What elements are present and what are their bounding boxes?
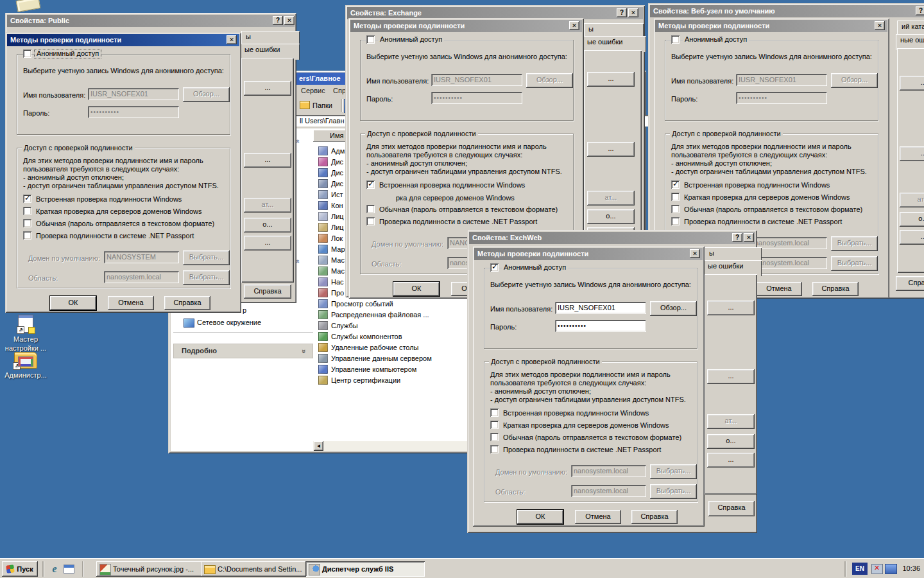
desktop-icon-fragment[interactable] (16, 0, 41, 12)
select-realm-button[interactable]: Выбрать... (183, 270, 230, 285)
taskbar-button-folder[interactable]: C:\Documents and Settin... (201, 561, 318, 577)
basic-auth-checkbox[interactable] (671, 205, 680, 213)
desktop-icon-wizard[interactable]: Мастер настройки ... (0, 315, 51, 353)
list-item[interactable]: Лок (318, 232, 343, 243)
integrated-auth-checkbox[interactable] (366, 180, 375, 189)
password-field[interactable]: •••••••••• (736, 92, 827, 104)
list-item[interactable]: Дис (318, 167, 343, 177)
list-item[interactable]: Ист (318, 189, 343, 199)
close-icon[interactable] (227, 35, 237, 44)
dialog-titlebar[interactable]: Методы проверки подлинности (655, 20, 887, 32)
help-icon[interactable] (732, 233, 742, 242)
list-item[interactable]: Нас (318, 276, 344, 286)
passport-auth-checkbox[interactable] (490, 445, 499, 453)
anonymous-checkbox[interactable] (490, 263, 499, 272)
list-item[interactable]: Кон (318, 200, 343, 210)
passport-auth-checkbox[interactable] (671, 217, 680, 225)
list-item[interactable]: Мас (318, 265, 345, 276)
button-fragment[interactable]: ... (900, 146, 924, 161)
button-fragment[interactable]: о... (900, 212, 924, 227)
list-item[interactable]: Просмотр событий (318, 298, 393, 308)
details-section-header[interactable]: Подробно (173, 344, 313, 358)
select-domain-button[interactable]: Выбрать... (831, 236, 878, 251)
list-item[interactable]: Дис (318, 178, 343, 188)
button-fragment[interactable]: ат... (244, 198, 291, 213)
button-fragment[interactable]: о... (244, 218, 291, 232)
help-icon[interactable] (916, 6, 924, 15)
ok-button[interactable]: ОК (50, 296, 96, 310)
button-fragment[interactable]: ... (587, 142, 635, 157)
browse-button[interactable]: Обзор... (650, 301, 697, 316)
digest-auth-checkbox[interactable] (671, 193, 680, 201)
list-item[interactable]: Распределенная файловая ... (318, 309, 429, 319)
passport-auth-checkbox[interactable] (366, 217, 375, 225)
anonymous-checkbox[interactable] (366, 35, 375, 44)
browse-button[interactable]: Обзор... (526, 73, 573, 88)
quick-launch-icon[interactable] (63, 563, 74, 575)
list-item[interactable]: Удаленные рабочие столы (318, 342, 419, 352)
list-item[interactable]: Лиц (318, 211, 344, 221)
button-fragment[interactable]: ат... (587, 191, 635, 206)
desktop-icon-admin[interactable]: Администр... (0, 352, 51, 380)
close-icon[interactable] (744, 233, 754, 242)
button-fragment[interactable]: ... (900, 230, 924, 245)
help-button[interactable]: Справка (164, 296, 210, 310)
button-fragment[interactable]: ... (244, 81, 291, 96)
integrated-auth-checkbox[interactable] (671, 180, 680, 189)
dialog-titlebar[interactable]: Методы проверки подлинности (474, 248, 703, 260)
close-icon[interactable] (690, 249, 700, 258)
integrated-auth-checkbox[interactable] (23, 195, 31, 203)
list-item[interactable]: Мар (318, 243, 345, 254)
list-item[interactable]: Службы (318, 320, 358, 330)
close-icon[interactable] (875, 21, 885, 30)
password-field[interactable]: •••••••••• (431, 92, 522, 104)
realm-field[interactable]: nanosystem.local (752, 257, 827, 269)
basic-auth-checkbox[interactable] (23, 219, 31, 227)
start-button[interactable]: Пуск (2, 561, 38, 577)
list-item[interactable]: Дис (318, 156, 343, 166)
dialog-titlebar[interactable]: Методы проверки подлинности (7, 34, 239, 46)
help-button[interactable]: Справк (896, 276, 924, 291)
button-fragment[interactable]: о... (707, 434, 755, 449)
default-domain-field[interactable]: NANOSYSTEM (104, 251, 179, 263)
digest-auth-checkbox[interactable] (490, 421, 499, 429)
close-icon[interactable] (284, 16, 295, 25)
dialog-titlebar[interactable]: Свойства: Public (7, 15, 295, 27)
network-disconnected-icon[interactable] (871, 564, 883, 574)
username-field[interactable]: IUSR_NSOFEX01 (431, 74, 522, 86)
username-field[interactable]: IUSR_NSOFEX01 (555, 302, 646, 314)
button-fragment[interactable]: ... (707, 301, 755, 315)
select-realm-button[interactable]: Выбрать... (650, 484, 697, 499)
passport-auth-checkbox[interactable] (23, 231, 31, 240)
button-fragment[interactable]: ... (707, 453, 755, 468)
username-field[interactable]: IUSR_NSOFEX01 (88, 88, 179, 100)
cancel-button[interactable]: Отмена (575, 510, 621, 524)
help-button[interactable]: Справка (631, 510, 678, 524)
dialog-titlebar[interactable]: Методы проверки подлинности (350, 20, 582, 32)
taskpane-network-item[interactable]: Сетевое окружение (197, 319, 261, 327)
digest-auth-checkbox[interactable] (23, 207, 31, 215)
network-activity-icon[interactable] (885, 564, 897, 574)
close-icon[interactable] (628, 8, 638, 17)
dialog-titlebar[interactable]: Свойства: Веб-узел по умолчанию (650, 5, 924, 17)
menu-service[interactable]: Сервис (301, 87, 325, 94)
ok-button[interactable]: ОК (517, 510, 563, 524)
clock[interactable]: 10:36 (902, 563, 920, 575)
scroll-left-icon[interactable] (314, 441, 323, 451)
username-field[interactable]: IUSR_NSOFEX01 (736, 74, 827, 86)
button-fragment[interactable]: ... (244, 153, 291, 168)
list-item[interactable]: Центр сертификации (318, 374, 400, 385)
list-item[interactable]: Про (318, 287, 344, 297)
internet-explorer-icon[interactable] (49, 563, 60, 575)
list-item[interactable]: Адм (318, 145, 345, 155)
anonymous-checkbox[interactable] (23, 49, 31, 58)
list-item[interactable]: Лиц (318, 222, 344, 232)
basic-auth-checkbox[interactable] (490, 433, 499, 441)
button-fragment[interactable]: о... (587, 209, 635, 224)
close-icon[interactable] (569, 21, 579, 30)
list-item[interactable]: Службы компонентов (318, 331, 402, 341)
list-item[interactable]: Мас (318, 254, 345, 265)
integrated-auth-checkbox[interactable] (490, 408, 499, 417)
password-field[interactable]: •••••••••• (88, 106, 179, 118)
help-button[interactable]: Справка (708, 501, 755, 516)
